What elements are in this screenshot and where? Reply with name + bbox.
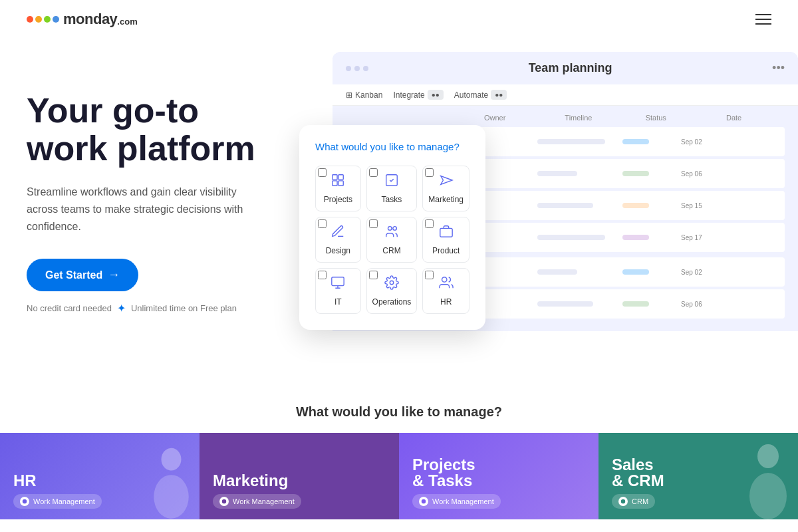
it-icon xyxy=(331,275,345,293)
automate-toggle: ●● xyxy=(491,90,507,100)
design-icon xyxy=(331,224,345,242)
dash-dot-2 xyxy=(354,66,360,71)
operations-label: Operations xyxy=(372,297,412,307)
it-checkbox[interactable] xyxy=(318,271,327,279)
logo-dot-red xyxy=(27,16,33,23)
svg-rect-8 xyxy=(332,277,344,286)
table-header-row: Owner Timeline Status Date xyxy=(346,114,785,122)
marketing-checkbox[interactable] xyxy=(425,168,434,177)
svg-rect-0 xyxy=(332,175,337,180)
svg-point-5 xyxy=(388,227,392,231)
status-bar xyxy=(622,139,649,144)
svg-point-18 xyxy=(749,473,787,519)
logo-text-monday: monday xyxy=(63,11,117,28)
card-projects[interactable]: Projects & Tasks Work Management xyxy=(399,433,598,519)
automate-button[interactable]: Automate ●● xyxy=(454,90,507,100)
menu-line-3 xyxy=(755,23,771,25)
timeline-bar xyxy=(537,171,577,176)
modal-item-projects[interactable]: Projects xyxy=(315,166,361,211)
kanban-button[interactable]: ⊞ Kanban xyxy=(346,90,382,100)
card-sales[interactable]: Sales & CRM CRM xyxy=(598,433,798,519)
kanban-icon: ⊞ xyxy=(346,90,352,100)
modal-item-marketing[interactable]: Marketing xyxy=(422,166,469,211)
navbar: monday.com xyxy=(0,0,798,39)
dashboard-title: Team planning xyxy=(368,61,772,75)
timeline-bar xyxy=(537,139,605,144)
badge-dot-icon xyxy=(618,497,628,506)
logo-dots xyxy=(27,16,59,23)
card-marketing[interactable]: Marketing Work Management xyxy=(200,433,399,519)
svg-point-13 xyxy=(154,475,189,519)
tasks-checkbox[interactable] xyxy=(369,168,378,177)
card-hr-badge-text: Work Management xyxy=(33,497,95,505)
logo-dot-blue xyxy=(53,16,59,23)
person-sales-illustration xyxy=(741,440,795,519)
hero-section: Your go-to work platform Streamline work… xyxy=(0,39,798,384)
timeline-bar xyxy=(537,301,593,307)
crm-label: CRM xyxy=(382,246,400,255)
status-bar xyxy=(622,235,649,240)
projects-label: Projects xyxy=(324,195,352,204)
modal-item-hr[interactable]: HR xyxy=(422,268,469,314)
modal-item-design[interactable]: Design xyxy=(315,217,361,263)
logo-dot-orange xyxy=(35,16,42,23)
svg-rect-2 xyxy=(332,181,337,186)
hero-right: Team planning ••• ⊞ Kanban Integrate ●● … xyxy=(306,52,771,384)
design-checkbox[interactable] xyxy=(318,219,327,228)
svg-point-10 xyxy=(442,277,446,282)
card-sales-badge-text: CRM xyxy=(632,497,648,505)
arrow-icon: → xyxy=(108,268,120,282)
svg-rect-3 xyxy=(338,181,343,186)
logo[interactable]: monday.com xyxy=(27,11,138,28)
card-projects-badge: Work Management xyxy=(412,494,501,509)
bottom-section: What would you like to manage? HR Work M… xyxy=(0,384,798,519)
date-cell: Sep 02 xyxy=(681,269,734,276)
projects-checkbox[interactable] xyxy=(318,168,327,177)
hamburger-menu-button[interactable] xyxy=(755,14,771,25)
manage-modal: What would you like to manage? Projects xyxy=(299,125,485,330)
modal-item-it[interactable]: IT xyxy=(315,268,361,314)
more-options-icon[interactable]: ••• xyxy=(772,61,785,75)
modal-item-operations[interactable]: Operations xyxy=(366,268,418,314)
card-marketing-badge: Work Management xyxy=(213,494,301,509)
operations-checkbox[interactable] xyxy=(369,271,378,279)
card-marketing-badge-text: Work Management xyxy=(233,497,295,505)
modal-grid: Projects Tasks xyxy=(315,166,469,314)
hr-checkbox[interactable] xyxy=(425,271,434,279)
dash-dot-3 xyxy=(363,66,368,71)
integrate-button[interactable]: Integrate ●● xyxy=(393,90,443,100)
crm-checkbox[interactable] xyxy=(369,219,378,228)
badge-dot-icon xyxy=(219,497,229,506)
status-bar xyxy=(622,269,649,275)
no-credit-text: No credit card needed ✦ Unlimited time o… xyxy=(27,302,306,315)
svg-rect-7 xyxy=(440,228,452,237)
card-hr-badge: Work Management xyxy=(13,494,102,509)
hero-title: Your go-to work platform xyxy=(27,92,306,168)
modal-item-product[interactable]: Product xyxy=(422,217,469,263)
menu-line-1 xyxy=(755,14,771,15)
product-checkbox[interactable] xyxy=(425,219,434,228)
date-cell: Sep 06 xyxy=(681,170,734,178)
card-sales-badge: CRM xyxy=(612,494,655,509)
svg-rect-1 xyxy=(338,175,343,180)
crm-icon xyxy=(384,224,399,242)
svg-point-15 xyxy=(422,499,426,503)
date-cell: Sep 17 xyxy=(681,234,734,241)
hr-label: HR xyxy=(440,297,452,307)
date-cell: Sep 02 xyxy=(681,138,734,146)
product-label: Product xyxy=(432,246,460,255)
card-hr[interactable]: HR Work Management xyxy=(0,433,200,519)
svg-point-6 xyxy=(393,227,397,231)
logo-dot-green xyxy=(44,16,51,23)
person-hr-illustration xyxy=(146,443,196,519)
menu-line-2 xyxy=(755,19,771,20)
dashboard-toolbar: ⊞ Kanban Integrate ●● Automate ●● xyxy=(332,84,798,106)
modal-item-crm[interactable]: CRM xyxy=(366,217,418,263)
get-started-button[interactable]: Get Started → xyxy=(27,259,138,291)
modal-item-tasks[interactable]: Tasks xyxy=(366,166,418,211)
it-label: IT xyxy=(334,297,342,307)
tasks-label: Tasks xyxy=(382,195,402,204)
card-projects-badge-text: Work Management xyxy=(432,497,494,505)
marketing-icon xyxy=(439,173,454,191)
projects-icon xyxy=(331,173,345,191)
